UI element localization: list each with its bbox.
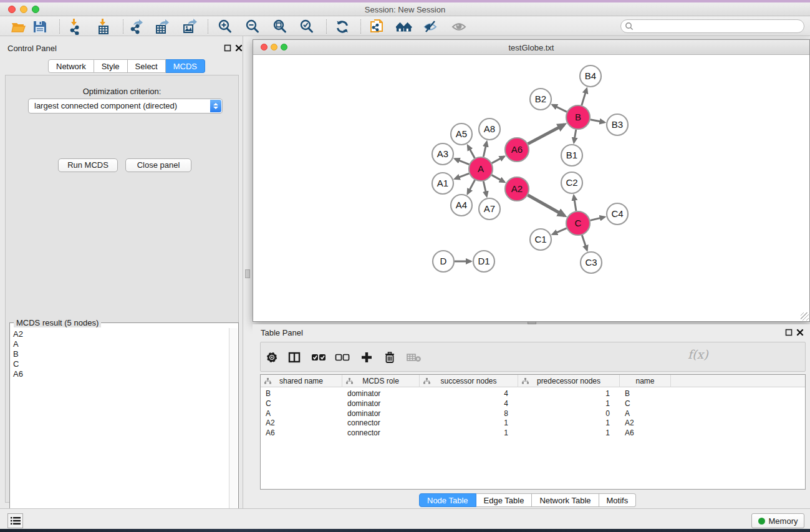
eye-icon[interactable] xyxy=(451,19,467,35)
cell-r4-c2[interactable]: 1 xyxy=(425,428,508,438)
split-columns-icon[interactable] xyxy=(286,349,302,365)
cell-r0-c2[interactable]: 4 xyxy=(425,389,508,399)
vertical-divider-handle[interactable] xyxy=(245,269,250,278)
cell-r0-c3[interactable]: 1 xyxy=(523,389,610,399)
cell-r4-c4[interactable]: A6 xyxy=(625,428,661,438)
cell-r4-c3[interactable]: 1 xyxy=(523,428,610,438)
column-header-successor-nodes[interactable]: successor nodes xyxy=(420,375,518,387)
cell-r3-c2[interactable]: 1 xyxy=(425,418,508,428)
tab-network[interactable]: Network xyxy=(48,59,94,73)
cell-r3-c1[interactable]: connector xyxy=(347,418,410,428)
result-list-item[interactable]: A6 xyxy=(13,369,229,379)
hide-details-icon[interactable] xyxy=(422,19,438,35)
cell-r2-c1[interactable]: dominator xyxy=(347,409,410,418)
tab-network-table[interactable]: Network Table xyxy=(532,493,599,507)
edge-B-B3[interactable] xyxy=(591,120,605,122)
node-C3[interactable]: C3 xyxy=(581,252,602,273)
import-table-icon[interactable] xyxy=(95,19,112,35)
tab-select[interactable]: Select xyxy=(128,59,166,73)
save-session-icon[interactable] xyxy=(32,19,48,35)
export-table-icon[interactable] xyxy=(155,19,171,35)
close-panel-icon[interactable] xyxy=(235,44,243,52)
cell-r4-c1[interactable]: connector xyxy=(347,428,410,438)
edge-A-A6[interactable] xyxy=(492,157,504,163)
result-list-item[interactable]: C xyxy=(13,359,229,369)
result-list-item[interactable]: A2 xyxy=(13,329,229,339)
edge-A2-C[interactable] xyxy=(528,195,564,216)
edge-C-C1[interactable] xyxy=(552,228,566,235)
gear-icon[interactable] xyxy=(264,349,280,365)
cell-r3-c3[interactable]: 1 xyxy=(523,418,610,428)
float-panel-icon[interactable] xyxy=(224,44,231,52)
run-mcds-button[interactable]: Run MCDS xyxy=(58,158,118,172)
cell-r2-c0[interactable]: A xyxy=(266,409,332,418)
node-A1[interactable]: A1 xyxy=(432,173,453,194)
unchecked-boxes-icon[interactable] xyxy=(334,349,350,365)
zoom-fit-icon[interactable] xyxy=(272,19,288,35)
node-B1[interactable]: B1 xyxy=(561,145,582,166)
column-header-predecessor-nodes[interactable]: predecessor nodes xyxy=(518,375,620,387)
node-C1[interactable]: C1 xyxy=(530,229,551,250)
node-A8[interactable]: A8 xyxy=(479,118,500,140)
node-D[interactable]: D xyxy=(433,251,454,272)
search-input[interactable] xyxy=(620,19,804,33)
cell-r4-c0[interactable]: A6 xyxy=(266,428,332,438)
column-header-MCDS-role[interactable]: MCDS role xyxy=(342,375,420,387)
tab-edge-table[interactable]: Edge Table xyxy=(476,493,533,507)
function-builder-icon[interactable]: f(x) xyxy=(688,347,708,361)
node-A5[interactable]: A5 xyxy=(451,123,472,145)
edge-C-C2[interactable] xyxy=(574,196,576,211)
cell-r0-c4[interactable]: B xyxy=(625,389,661,399)
node-A3[interactable]: A3 xyxy=(432,143,453,165)
result-list-item[interactable]: B xyxy=(13,349,229,359)
checked-boxes-icon[interactable] xyxy=(311,349,327,365)
close-table-panel-icon[interactable] xyxy=(796,329,804,336)
edge-C-C4[interactable] xyxy=(590,217,604,221)
node-C2[interactable]: C2 xyxy=(561,172,582,193)
cell-r1-c1[interactable]: dominator xyxy=(347,399,410,409)
cell-r2-c3[interactable]: 0 xyxy=(523,409,610,418)
edge-C-C3[interactable] xyxy=(582,235,587,250)
edge-A-A8[interactable] xyxy=(483,142,486,157)
edge-A-A1[interactable] xyxy=(455,173,470,179)
result-scrollbar[interactable] xyxy=(229,328,238,531)
trash-icon[interactable] xyxy=(382,349,398,365)
network-window-titlebar[interactable]: testGlobe.txt xyxy=(253,40,809,55)
cell-r1-c4[interactable]: C xyxy=(625,399,661,409)
cell-r1-c2[interactable]: 4 xyxy=(425,399,508,409)
edge-A-A3[interactable] xyxy=(455,159,470,165)
export-network-icon[interactable] xyxy=(128,19,145,35)
cell-r2-c4[interactable]: A xyxy=(625,409,661,418)
edge-B-B4[interactable] xyxy=(582,89,587,105)
export-image-icon[interactable] xyxy=(182,19,198,35)
cell-r3-c4[interactable]: A2 xyxy=(625,418,661,428)
import-network-icon[interactable] xyxy=(67,19,83,35)
node-C4[interactable]: C4 xyxy=(607,203,628,225)
column-header-shared-name[interactable]: shared name xyxy=(261,375,342,387)
float-table-panel-icon[interactable] xyxy=(785,329,793,336)
refresh-icon[interactable] xyxy=(334,19,350,35)
clone-network-icon[interactable] xyxy=(369,19,385,35)
edge-A-A2[interactable] xyxy=(492,175,504,182)
mcds-result-list[interactable]: A2ABCA6 xyxy=(11,328,229,531)
node-A7[interactable]: A7 xyxy=(479,198,500,220)
edge-B-B2[interactable] xyxy=(552,105,567,112)
edge-A-A7[interactable] xyxy=(483,181,486,196)
node-A2[interactable]: A2 xyxy=(505,177,529,201)
node-A6[interactable]: A6 xyxy=(505,138,529,162)
node-B2[interactable]: B2 xyxy=(530,89,551,110)
edge-A6-B[interactable] xyxy=(528,125,564,144)
cell-r3-c0[interactable]: A2 xyxy=(266,418,332,428)
node-B3[interactable]: B3 xyxy=(607,114,628,135)
open-file-icon[interactable] xyxy=(11,19,27,35)
node-A[interactable]: A xyxy=(469,157,493,181)
add-column-icon[interactable] xyxy=(359,349,375,365)
zoom-out-icon[interactable] xyxy=(244,19,261,35)
criterion-dropdown[interactable]: largest connected component (directed) xyxy=(28,99,223,114)
cell-r0-c1[interactable]: dominator xyxy=(347,389,410,399)
zoom-selected-icon[interactable] xyxy=(299,19,315,35)
result-list-item[interactable]: A xyxy=(13,339,229,349)
node-A4[interactable]: A4 xyxy=(451,195,472,216)
memory-button[interactable]: Memory xyxy=(751,513,804,528)
resize-grip[interactable] xyxy=(801,312,809,321)
